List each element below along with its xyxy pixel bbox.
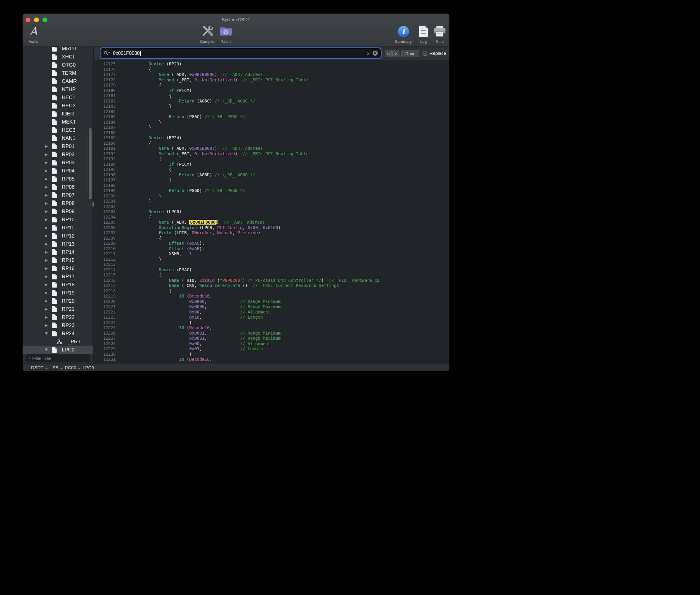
code-line: 12183 }: [94, 104, 449, 109]
tree-item-MEKT[interactable]: MEKT: [23, 118, 93, 126]
code-line: 12202: [94, 204, 449, 209]
patch-button[interactable]: ⚙ Patch: [214, 24, 238, 44]
tree-item-RP16[interactable]: ▶RP16: [23, 264, 93, 273]
tree-item-RP02[interactable]: ▶RP02: [23, 150, 93, 159]
tree-item-HEC3[interactable]: HEC3: [23, 126, 93, 134]
filter-tree-input[interactable]: [32, 356, 87, 361]
disclosure-triangle-icon[interactable]: ▶: [45, 194, 48, 197]
disclosure-triangle-icon[interactable]: ▶: [45, 153, 48, 156]
tree-item-RP04[interactable]: ▶RP04: [23, 167, 93, 175]
disclosure-triangle-icon[interactable]: ▶: [45, 145, 48, 148]
disclosure-triangle-icon[interactable]: ▶: [45, 259, 48, 262]
tree-item-RP01[interactable]: ▶RP01: [23, 142, 93, 150]
tree-item-RP11[interactable]: ▶RP11: [23, 224, 93, 232]
tree-item-MROT[interactable]: MROT: [23, 47, 93, 53]
disclosure-triangle-icon[interactable]: ▶: [45, 348, 48, 351]
tree-item-RP05[interactable]: ▶RP05: [23, 175, 93, 183]
breadcrumb-item-pc00[interactable]: PC00: [65, 365, 83, 370]
tree-item-RP23[interactable]: ▶RP23: [23, 321, 93, 330]
tree-item-RP18[interactable]: ▶RP18: [23, 281, 93, 289]
disclosure-triangle-icon[interactable]: ▶: [45, 210, 48, 213]
tree-item-_PRT[interactable]: _PRT: [23, 338, 93, 346]
doc-icon: [52, 306, 57, 312]
tree-item-IDER[interactable]: IDER: [23, 110, 93, 118]
fonts-button[interactable]: A Fonts: [23, 24, 45, 44]
replace-checkbox[interactable]: [423, 51, 427, 56]
tree-item-RP21[interactable]: ▶RP21: [23, 305, 93, 313]
tree-item-RP06[interactable]: ▶RP06: [23, 183, 93, 191]
tree-item-RP17[interactable]: ▶RP17: [23, 273, 93, 281]
tree-item-RP13[interactable]: ▶RP13: [23, 240, 93, 248]
tree-item-RP15[interactable]: ▶RP15: [23, 256, 93, 264]
tree-item-LPC0[interactable]: ▶LPC0: [23, 346, 93, 354]
done-button[interactable]: Done: [401, 50, 419, 57]
clear-search-icon[interactable]: ✕: [373, 51, 378, 56]
line-number: 12217: [94, 283, 116, 288]
code-line: 12175 Device (RP23): [94, 61, 449, 67]
disclosure-triangle-icon[interactable]: ▶: [45, 177, 48, 180]
breadcrumb-item-lpc0[interactable]: LPC0: [83, 365, 94, 370]
tree-item-RP24[interactable]: ▶RP24: [23, 330, 93, 338]
tree-item-XHCI[interactable]: XHCI: [23, 53, 93, 61]
disclosure-triangle-icon[interactable]: ▶: [45, 234, 48, 237]
tree-item-RP10[interactable]: ▶RP10: [23, 216, 93, 224]
breadcrumb-item-dsdt[interactable]: DSDT: [31, 365, 50, 370]
find-next-button[interactable]: >: [393, 50, 399, 57]
disclosure-triangle-icon[interactable]: ▶: [45, 242, 48, 246]
disclosure-triangle-icon[interactable]: ▶: [45, 316, 48, 319]
disclosure-triangle-icon[interactable]: ▶: [45, 332, 48, 335]
disclosure-triangle-icon[interactable]: ▶: [45, 202, 48, 205]
disclosure-triangle-icon[interactable]: ▶: [45, 169, 48, 172]
doc-icon: [52, 192, 57, 198]
disclosure-triangle-icon[interactable]: ▶: [45, 218, 48, 221]
tree-item-RP12[interactable]: ▶RP12: [23, 232, 93, 240]
tree-item-NAN1[interactable]: NAN1: [23, 134, 93, 142]
tree-item-CAMR[interactable]: CAMR: [23, 77, 93, 85]
sidebar-scrollbar[interactable]: [89, 128, 92, 199]
doc-icon: [52, 127, 57, 133]
tree-item-label: RP22: [62, 314, 75, 320]
disclosure-triangle-icon[interactable]: ▶: [45, 251, 48, 254]
tree-item-RP14[interactable]: ▶RP14: [23, 248, 93, 256]
tree-item-RP07[interactable]: ▶RP07: [23, 191, 93, 199]
disclosure-triangle-icon[interactable]: ▶: [45, 299, 48, 303]
disclosure-triangle-icon[interactable]: ▶: [45, 161, 48, 164]
code-line: 12179 {: [94, 83, 449, 88]
tree-item-NTHP[interactable]: NTHP: [23, 85, 93, 93]
breadcrumb-item-sb[interactable]: _SB: [50, 365, 65, 370]
disclosure-triangle-icon[interactable]: ▶: [45, 267, 48, 270]
search-input[interactable]: 0x001F0000 2 ✕: [101, 49, 381, 58]
tree-item-HEC1[interactable]: HEC1: [23, 93, 93, 102]
tree-item-TERM[interactable]: TERM: [23, 69, 93, 77]
line-number: 12213: [94, 262, 116, 267]
print-button[interactable]: Print: [428, 24, 449, 44]
doc-icon: [52, 274, 57, 280]
disclosure-triangle-icon[interactable]: ▶: [45, 324, 48, 327]
line-number: 12197: [94, 177, 116, 183]
search-menu-icon[interactable]: [104, 51, 111, 55]
doc-icon: [52, 94, 57, 101]
disclosure-triangle-icon[interactable]: ▶: [45, 226, 48, 229]
tree-item-label: RP24: [62, 331, 75, 337]
disclosure-triangle-icon[interactable]: ▶: [45, 283, 48, 286]
tree-item-RP20[interactable]: ▶RP20: [23, 297, 93, 305]
tree-item-label: RP02: [62, 151, 75, 158]
disclosure-triangle-icon[interactable]: ▶: [45, 275, 48, 278]
disclosure-triangle-icon[interactable]: ▶: [45, 291, 48, 294]
code-editor[interactable]: 12175 Device (RP23)12176 {12177 Name (_A…: [94, 60, 449, 363]
tree-item-RP03[interactable]: ▶RP03: [23, 159, 93, 167]
disclosure-triangle-icon[interactable]: ▶: [45, 186, 48, 189]
tree-item-RP08[interactable]: ▶RP08: [23, 199, 93, 207]
tree-item-RP09[interactable]: ▶RP09: [23, 207, 93, 216]
find-previous-button[interactable]: <: [385, 50, 392, 57]
tree-item-HEC2[interactable]: HEC2: [23, 102, 93, 110]
tree-item-RP19[interactable]: ▶RP19: [23, 289, 93, 297]
line-number: 12225: [94, 325, 116, 331]
line-number: 12211: [94, 251, 116, 257]
doc-icon: [52, 86, 57, 92]
tree-item-OTG0[interactable]: OTG0: [23, 61, 93, 69]
tree-item-RP22[interactable]: ▶RP22: [23, 313, 93, 321]
code-line: 12201 }: [94, 199, 449, 204]
disclosure-triangle-icon[interactable]: ▶: [45, 307, 48, 311]
editor-pane: 0x001F0000 2 ✕ < > Done Replace 12175 De…: [94, 47, 449, 363]
